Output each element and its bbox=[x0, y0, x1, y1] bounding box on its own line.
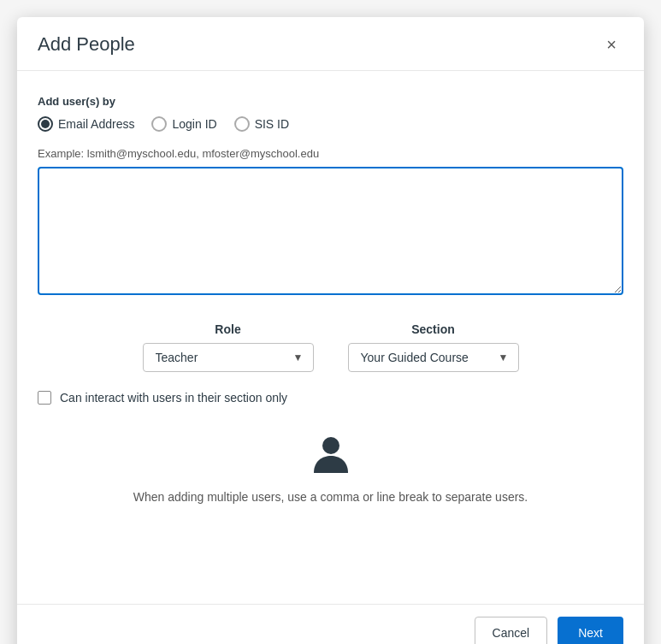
radio-email-input[interactable] bbox=[38, 116, 53, 132]
dropdowns-row: Role Teacher Student TA Observer Designe… bbox=[38, 322, 623, 372]
radio-login-label: Login ID bbox=[172, 117, 216, 131]
info-section: When adding multiple users, use a comma … bbox=[38, 428, 623, 504]
checkbox-row: Can interact with users in their section… bbox=[38, 391, 623, 405]
radio-group: Email Address Login ID SIS ID bbox=[38, 116, 623, 132]
checkbox-label: Can interact with users in their section… bbox=[60, 391, 287, 405]
svg-point-0 bbox=[322, 437, 339, 454]
section-only-checkbox[interactable] bbox=[38, 391, 51, 405]
section-dropdown-group: Section Your Guided Course ▼ bbox=[348, 322, 519, 372]
email-textarea[interactable] bbox=[38, 167, 623, 295]
modal-title: Add People bbox=[38, 33, 135, 56]
section-dropdown-wrapper: Your Guided Course ▼ bbox=[348, 343, 519, 372]
user-icon bbox=[305, 428, 357, 480]
role-label: Role bbox=[215, 322, 240, 336]
close-button[interactable]: × bbox=[599, 32, 623, 56]
radio-sis-label: SIS ID bbox=[255, 117, 289, 131]
example-text: Example: lsmith@myschool.edu, mfoster@my… bbox=[38, 147, 623, 160]
role-select[interactable]: Teacher Student TA Observer Designer bbox=[143, 343, 314, 372]
section-select[interactable]: Your Guided Course bbox=[348, 343, 519, 372]
modal-header: Add People × bbox=[17, 17, 644, 71]
radio-sis-input[interactable] bbox=[234, 116, 250, 132]
role-dropdown-wrapper: Teacher Student TA Observer Designer ▼ bbox=[143, 343, 314, 372]
modal-footer: Cancel Next bbox=[17, 604, 644, 644]
section-label: Section bbox=[411, 322, 455, 336]
person-svg bbox=[307, 430, 355, 478]
cancel-button[interactable]: Cancel bbox=[475, 617, 548, 644]
radio-login-input[interactable] bbox=[151, 116, 167, 132]
radio-option-email[interactable]: Email Address bbox=[38, 116, 134, 132]
radio-option-login[interactable]: Login ID bbox=[151, 116, 216, 132]
next-button[interactable]: Next bbox=[558, 617, 623, 644]
modal-dialog: Add People × Add user(s) by Email Addres… bbox=[17, 17, 644, 644]
info-text: When adding multiple users, use a comma … bbox=[133, 490, 528, 504]
radio-option-sis[interactable]: SIS ID bbox=[234, 116, 289, 132]
role-dropdown-group: Role Teacher Student TA Observer Designe… bbox=[143, 322, 314, 372]
modal-body: Add user(s) by Email Address Login ID SI… bbox=[17, 71, 644, 604]
add-by-label: Add user(s) by bbox=[38, 95, 623, 108]
radio-email-label: Email Address bbox=[58, 117, 134, 131]
